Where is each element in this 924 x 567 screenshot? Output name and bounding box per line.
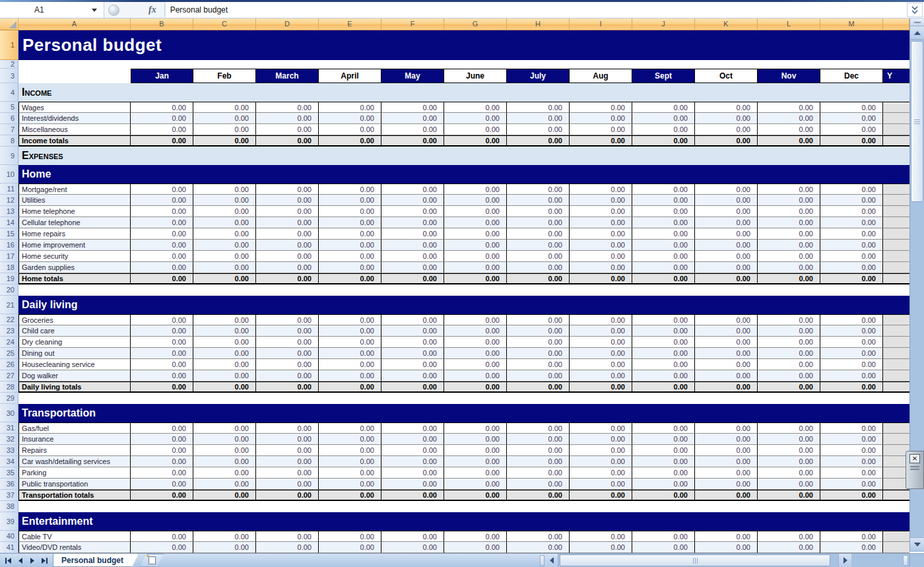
value-cell[interactable]: 0.00 — [256, 445, 319, 456]
value-cell[interactable]: 0.00 — [131, 337, 193, 348]
row-label-cell[interactable]: Home totals — [18, 273, 131, 284]
scrollbar-split-box[interactable] — [910, 18, 924, 26]
value-cell[interactable]: 0.00 — [507, 273, 570, 284]
value-cell[interactable]: 0.00 — [131, 251, 193, 262]
next-sheet-button[interactable] — [28, 555, 37, 566]
value-cell[interactable]: 0.00 — [319, 102, 381, 113]
value-cell[interactable]: 0.00 — [193, 490, 256, 501]
value-cell[interactable]: 0.00 — [381, 422, 444, 434]
value-cell[interactable]: 0.00 — [381, 206, 444, 217]
value-cell[interactable]: 0.00 — [381, 490, 444, 501]
value-cell[interactable]: 0.00 — [820, 273, 883, 284]
value-cell[interactable]: 0.00 — [632, 479, 695, 490]
previous-sheet-button[interactable] — [16, 555, 25, 566]
value-cell[interactable]: 0.00 — [444, 467, 507, 479]
value-cell[interactable]: 0.00 — [570, 113, 632, 124]
value-cell[interactable]: 0.00 — [319, 337, 381, 348]
value-cell[interactable]: 0.00 — [193, 382, 256, 393]
value-cell[interactable]: 0.00 — [131, 228, 193, 240]
value-cell[interactable]: 0.00 — [820, 314, 883, 325]
value-cell[interactable]: 0.00 — [695, 135, 758, 147]
value-cell[interactable]: 0.00 — [820, 348, 883, 359]
value-cell[interactable]: 0.00 — [193, 422, 256, 434]
row-label-cell[interactable]: Home improvement — [18, 240, 131, 251]
value-cell[interactable]: 0.00 — [319, 531, 381, 542]
value-cell[interactable]: 0.00 — [570, 124, 632, 135]
value-cell[interactable]: 0.00 — [632, 337, 695, 348]
value-cell[interactable]: 0.00 — [193, 102, 256, 113]
value-cell[interactable]: 0.00 — [131, 542, 193, 553]
year-total-cell-partial[interactable] — [883, 262, 909, 273]
row-header[interactable]: 21 — [0, 296, 18, 314]
value-cell[interactable]: 0.00 — [256, 102, 319, 113]
value-cell[interactable]: 0.00 — [820, 467, 883, 479]
value-cell[interactable]: 0.00 — [319, 479, 381, 490]
value-cell[interactable]: 0.00 — [632, 102, 695, 113]
value-cell[interactable]: 0.00 — [319, 422, 381, 434]
value-cell[interactable]: 0.00 — [131, 370, 193, 382]
value-cell[interactable]: 0.00 — [632, 314, 695, 325]
column-header[interactable]: H — [507, 18, 570, 30]
value-cell[interactable]: 0.00 — [256, 348, 319, 359]
row-header[interactable]: 5 — [0, 102, 18, 113]
row-header[interactable]: 35 — [0, 467, 18, 479]
value-cell[interactable]: 0.00 — [758, 348, 820, 359]
value-cell[interactable]: 0.00 — [444, 195, 507, 206]
column-header[interactable]: B — [131, 18, 193, 30]
empty-row-cell[interactable] — [18, 393, 909, 404]
value-cell[interactable]: 0.00 — [695, 217, 758, 228]
value-cell[interactable]: 0.00 — [444, 314, 507, 325]
value-cell[interactable]: 0.00 — [319, 262, 381, 273]
row-label-cell[interactable]: Dog walker — [18, 370, 131, 382]
value-cell[interactable]: 0.00 — [695, 467, 758, 479]
value-cell[interactable]: 0.00 — [758, 240, 820, 251]
scroll-up-button[interactable] — [910, 26, 924, 40]
value-cell[interactable]: 0.00 — [381, 370, 444, 382]
row-header[interactable]: 30 — [0, 404, 18, 422]
value-cell[interactable]: 0.00 — [820, 124, 883, 135]
column-header[interactable]: K — [695, 18, 758, 30]
row-header[interactable]: 25 — [0, 348, 18, 359]
value-cell[interactable]: 0.00 — [507, 113, 570, 124]
value-cell[interactable]: 0.00 — [131, 325, 193, 337]
value-cell[interactable]: 0.00 — [570, 359, 632, 370]
value-cell[interactable]: 0.00 — [131, 456, 193, 467]
value-cell[interactable]: 0.00 — [632, 183, 695, 195]
value-cell[interactable]: 0.00 — [444, 542, 507, 553]
value-cell[interactable]: 0.00 — [632, 456, 695, 467]
value-cell[interactable]: 0.00 — [256, 422, 319, 434]
row-header[interactable]: 11 — [0, 183, 18, 195]
row-label-cell[interactable]: Transportation totals — [18, 490, 131, 501]
value-cell[interactable]: 0.00 — [381, 348, 444, 359]
value-cell[interactable]: 0.00 — [381, 542, 444, 553]
value-cell[interactable]: 0.00 — [131, 467, 193, 479]
value-cell[interactable]: 0.00 — [444, 445, 507, 456]
month-header-cell[interactable]: May — [381, 69, 444, 83]
row-header[interactable]: 27 — [0, 370, 18, 382]
value-cell[interactable]: 0.00 — [507, 124, 570, 135]
row-header[interactable]: 1 — [0, 30, 18, 60]
column-header-partial[interactable] — [883, 18, 909, 30]
value-cell[interactable]: 0.00 — [758, 434, 820, 445]
row-label-cell[interactable]: Utilities — [18, 195, 131, 206]
value-cell[interactable]: 0.00 — [256, 113, 319, 124]
row-label-cell[interactable]: Housecleaning service — [18, 359, 131, 370]
value-cell[interactable]: 0.00 — [570, 467, 632, 479]
name-box-dropdown-icon[interactable] — [92, 9, 97, 12]
row-header[interactable]: 10 — [0, 165, 18, 183]
value-cell[interactable]: 0.00 — [319, 434, 381, 445]
value-cell[interactable]: 0.00 — [507, 251, 570, 262]
value-cell[interactable]: 0.00 — [319, 206, 381, 217]
value-cell[interactable]: 0.00 — [507, 217, 570, 228]
value-cell[interactable]: 0.00 — [695, 479, 758, 490]
value-cell[interactable]: 0.00 — [381, 217, 444, 228]
section-header-cell[interactable]: Income — [18, 83, 909, 102]
month-header-cell[interactable]: Dec — [820, 69, 883, 83]
value-cell[interactable]: 0.00 — [820, 206, 883, 217]
year-total-cell-partial[interactable] — [883, 251, 909, 262]
value-cell[interactable]: 0.00 — [632, 359, 695, 370]
sheet-title-cell[interactable]: Personal budget — [18, 30, 909, 60]
row-header[interactable]: 41 — [0, 542, 18, 553]
row-header[interactable]: 4 — [0, 83, 18, 102]
row-header[interactable]: 17 — [0, 251, 18, 262]
